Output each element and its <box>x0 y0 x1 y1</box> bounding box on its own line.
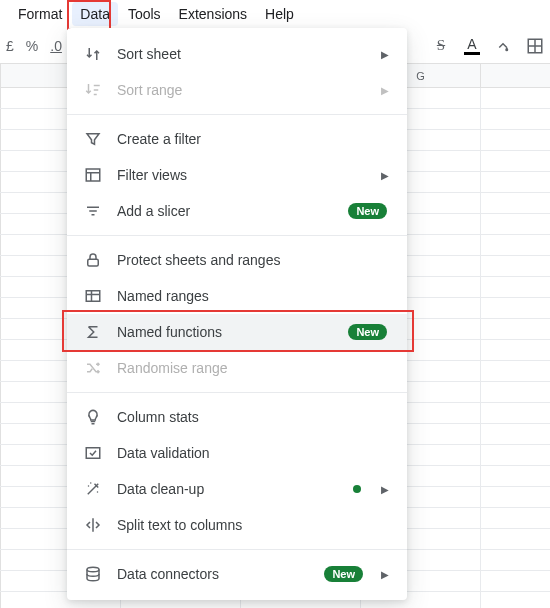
grid-cell[interactable] <box>481 445 550 465</box>
menu-extensions[interactable]: Extensions <box>171 2 255 26</box>
menu-item-named-ranges[interactable]: Named ranges <box>67 278 407 314</box>
borders-icon[interactable] <box>526 37 544 55</box>
menu-item-data-validation[interactable]: Data validation <box>67 435 407 471</box>
fill-color-icon[interactable] <box>494 37 512 55</box>
menu-item-create-a-filter[interactable]: Create a filter <box>67 121 407 157</box>
svg-point-19 <box>97 491 99 493</box>
menu-item-label: Split text to columns <box>117 517 391 533</box>
grid-cell[interactable] <box>481 424 550 444</box>
menu-item-sort-range: Sort range▶ <box>67 72 407 108</box>
data-menu-dropdown: Sort sheet▶Sort range▶Create a filterFil… <box>67 28 407 600</box>
strikethrough-icon[interactable]: S <box>432 37 450 55</box>
svg-rect-16 <box>86 448 100 459</box>
menu-item-protect-sheets-and-ranges[interactable]: Protect sheets and ranges <box>67 242 407 278</box>
menu-data[interactable]: Data <box>72 2 118 26</box>
menu-help[interactable]: Help <box>257 2 302 26</box>
menu-item-label: Data clean-up <box>117 481 339 497</box>
menu-item-data-connectors[interactable]: Data connectorsNew▶ <box>67 556 407 592</box>
grid-cell[interactable] <box>481 130 550 150</box>
submenu-arrow-icon: ▶ <box>381 49 391 60</box>
new-badge: New <box>324 566 363 582</box>
grid-cell[interactable] <box>481 88 550 108</box>
indicator-dot <box>353 485 361 493</box>
grid-cell[interactable] <box>481 571 550 591</box>
grid-cell[interactable] <box>481 172 550 192</box>
column-header[interactable] <box>481 64 550 87</box>
menu-item-label: Add a slicer <box>117 203 334 219</box>
svg-rect-12 <box>88 259 99 266</box>
menu-divider <box>67 549 407 550</box>
named-ranges-icon <box>83 286 103 306</box>
menu-item-split-text-to-columns[interactable]: Split text to columns <box>67 507 407 543</box>
menu-item-add-a-slicer[interactable]: Add a slicerNew <box>67 193 407 229</box>
bulb-icon <box>83 407 103 427</box>
menu-item-label: Filter views <box>117 167 367 183</box>
filter-views-icon <box>83 165 103 185</box>
menu-divider <box>67 392 407 393</box>
menu-item-sort-sheet[interactable]: Sort sheet▶ <box>67 36 407 72</box>
menu-item-filter-views[interactable]: Filter views▶ <box>67 157 407 193</box>
grid-cell[interactable] <box>481 340 550 360</box>
slicer-icon <box>83 201 103 221</box>
grid-cell[interactable] <box>481 361 550 381</box>
svg-rect-6 <box>86 169 100 181</box>
sigma-icon <box>83 322 103 342</box>
grid-cell[interactable] <box>481 466 550 486</box>
grid-cell[interactable] <box>481 550 550 570</box>
grid-cell[interactable] <box>481 193 550 213</box>
menu-tools[interactable]: Tools <box>120 2 169 26</box>
menubar: Format Data Tools Extensions Help <box>0 0 550 28</box>
menu-item-label: Named functions <box>117 324 334 340</box>
submenu-arrow-icon: ▶ <box>381 170 391 181</box>
validation-icon <box>83 443 103 463</box>
filter-icon <box>83 129 103 149</box>
grid-cell[interactable] <box>481 256 550 276</box>
grid-cell[interactable] <box>481 235 550 255</box>
submenu-arrow-icon: ▶ <box>381 85 391 96</box>
menu-item-data-clean-up[interactable]: Data clean-up▶ <box>67 471 407 507</box>
grid-cell[interactable] <box>481 277 550 297</box>
grid-cell[interactable] <box>481 151 550 171</box>
shuffle-icon <box>83 358 103 378</box>
svg-point-21 <box>87 567 99 572</box>
grid-cell[interactable] <box>481 529 550 549</box>
grid-cell[interactable] <box>481 487 550 507</box>
menu-item-named-functions[interactable]: Named functionsNew <box>67 314 407 350</box>
new-badge: New <box>348 324 387 340</box>
menu-item-column-stats[interactable]: Column stats <box>67 399 407 435</box>
svg-rect-13 <box>86 291 100 302</box>
submenu-arrow-icon: ▶ <box>381 569 391 580</box>
grid-cell[interactable] <box>481 319 550 339</box>
new-badge: New <box>348 203 387 219</box>
menu-item-label: Data validation <box>117 445 391 461</box>
menu-item-label: Column stats <box>117 409 391 425</box>
sort-sheet-icon <box>83 44 103 64</box>
menu-item-label: Named ranges <box>117 288 391 304</box>
menu-item-label: Sort sheet <box>117 46 367 62</box>
text-color-icon[interactable]: A <box>464 37 480 55</box>
menu-divider <box>67 235 407 236</box>
grid-cell[interactable] <box>481 382 550 402</box>
menu-item-label: Protect sheets and ranges <box>117 252 391 268</box>
currency-button[interactable]: £ <box>6 38 14 54</box>
menu-item-label: Data connectors <box>117 566 310 582</box>
grid-cell[interactable] <box>481 592 550 608</box>
svg-point-17 <box>88 485 90 487</box>
decrease-decimal-button[interactable]: .0 <box>50 38 62 54</box>
menu-item-randomise-range: Randomise range <box>67 350 407 386</box>
menu-format[interactable]: Format <box>10 2 70 26</box>
menu-item-label: Create a filter <box>117 131 391 147</box>
menu-divider <box>67 114 407 115</box>
grid-cell[interactable] <box>481 109 550 129</box>
menu-item-label: Randomise range <box>117 360 391 376</box>
percent-button[interactable]: % <box>26 38 38 54</box>
grid-cell[interactable] <box>481 214 550 234</box>
split-icon <box>83 515 103 535</box>
connectors-icon <box>83 564 103 584</box>
grid-cell[interactable] <box>481 298 550 318</box>
svg-point-18 <box>90 482 92 484</box>
lock-icon <box>83 250 103 270</box>
grid-cell[interactable] <box>481 508 550 528</box>
sort-range-icon <box>83 80 103 100</box>
grid-cell[interactable] <box>481 403 550 423</box>
